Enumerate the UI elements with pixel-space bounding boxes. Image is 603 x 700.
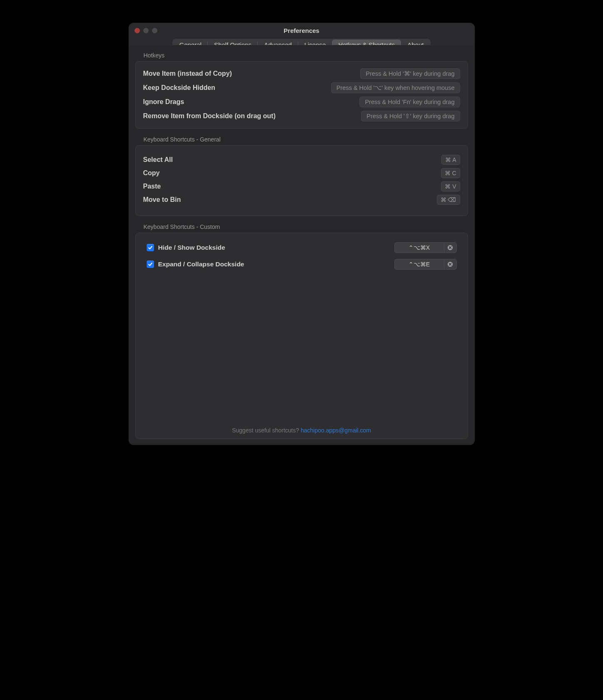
shortcut-row: Paste ⌘ V [143, 180, 460, 193]
suggest-email-link[interactable]: hachipoo.apps@gmail.com [301, 427, 371, 434]
shortcut-row: Copy ⌘ C [143, 166, 460, 180]
hotkey-hint: Press & Hold '⌘' key during drag [360, 68, 460, 79]
hotkeys-title: Hotkeys [144, 52, 468, 59]
zoom-button[interactable] [152, 28, 157, 33]
clear-shortcut-button[interactable] [444, 259, 456, 270]
shortcut-recorder[interactable]: ⌃⌥⌘X [394, 242, 457, 253]
x-circle-icon [447, 261, 453, 267]
shortcut-row: Select All ⌘ A [143, 153, 460, 166]
x-circle-icon [447, 245, 453, 251]
content: Hotkeys Move Item (instead of Copy) Pres… [129, 45, 475, 445]
hotkeys-panel: Move Item (instead of Copy) Press & Hold… [135, 61, 468, 129]
enable-shortcut-checkbox[interactable] [147, 244, 154, 251]
custom-shortcut-label: Hide / Show Dockside [158, 244, 390, 251]
hotkey-row: Keep Dockside Hidden Press & Hold '⌥' ke… [143, 81, 460, 95]
shortcut-label: Copy [143, 169, 160, 177]
custom-shortcut-row: Hide / Show Dockside ⌃⌥⌘X [147, 242, 457, 253]
check-icon [148, 245, 153, 250]
hotkey-row: Move Item (instead of Copy) Press & Hold… [143, 67, 460, 81]
shortcuts-custom-panel: Hide / Show Dockside ⌃⌥⌘X Expand / Colla… [135, 233, 468, 439]
preferences-window: Preferences General Shelf Options Advanc… [129, 23, 475, 445]
shortcuts-general-title: Keyboard Shortcuts - General [144, 136, 468, 143]
hotkey-label: Remove Item from Dockside (on drag out) [143, 112, 276, 120]
shortcut-value: ⌃⌥⌘X [395, 244, 444, 251]
shortcut-recorder[interactable]: ⌃⌥⌘E [394, 259, 457, 270]
shortcut-badge: ⌘ ⌫ [437, 195, 460, 205]
clear-shortcut-button[interactable] [444, 242, 456, 253]
check-icon [148, 262, 153, 267]
titlebar: Preferences [129, 23, 475, 38]
shortcut-value: ⌃⌥⌘E [395, 261, 444, 268]
shortcuts-custom-section: Keyboard Shortcuts - Custom Hide / Show … [135, 223, 468, 439]
hotkey-hint: Press & Hold '⌥' key when hovering mouse [331, 82, 460, 93]
shortcuts-general-panel: Select All ⌘ A Copy ⌘ C Paste ⌘ V Move t… [135, 145, 468, 216]
hotkey-hint: Press & Hold '⇧' key during drag [361, 111, 460, 122]
hotkey-label: Ignore Drags [143, 98, 184, 106]
hotkey-row: Ignore Drags Press & Hold 'Fn' key durin… [143, 95, 460, 109]
shortcut-badge: ⌘ V [441, 181, 460, 191]
shortcuts-general-section: Keyboard Shortcuts - General Select All … [135, 136, 468, 216]
custom-shortcut-label: Expand / Collapse Dockside [158, 261, 390, 268]
window-title: Preferences [284, 27, 319, 34]
custom-shortcut-row: Expand / Collapse Dockside ⌃⌥⌘E [147, 259, 457, 270]
hotkeys-section: Hotkeys Move Item (instead of Copy) Pres… [135, 52, 468, 129]
hotkey-label: Keep Dockside Hidden [143, 84, 215, 92]
shortcut-badge: ⌘ A [441, 155, 460, 165]
enable-shortcut-checkbox[interactable] [147, 261, 154, 268]
shortcut-label: Select All [143, 156, 173, 164]
hotkey-label: Move Item (instead of Copy) [143, 70, 232, 77]
shortcut-label: Move to Bin [143, 196, 181, 204]
shortcut-label: Paste [143, 183, 161, 190]
shortcut-row: Move to Bin ⌘ ⌫ [143, 193, 460, 206]
suggest-prompt: Suggest useful shortcuts? [232, 427, 301, 434]
suggest-footer: Suggest useful shortcuts? hachipoo.apps@… [147, 424, 457, 434]
traffic-lights [135, 28, 157, 33]
shortcut-badge: ⌘ C [441, 168, 460, 178]
close-button[interactable] [135, 28, 140, 33]
hotkey-row: Remove Item from Dockside (on drag out) … [143, 109, 460, 123]
shortcuts-custom-title: Keyboard Shortcuts - Custom [144, 223, 468, 230]
minimize-button[interactable] [143, 28, 149, 33]
hotkey-hint: Press & Hold 'Fn' key during drag [359, 97, 460, 107]
